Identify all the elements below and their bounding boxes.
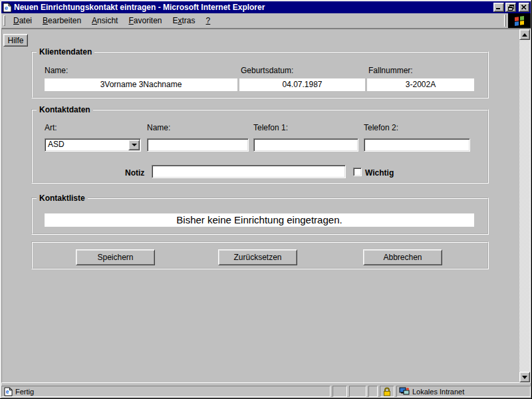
windows-logo-icon bbox=[514, 15, 525, 26]
menu-accesskey: D bbox=[13, 16, 19, 25]
menu-datei[interactable]: Datei bbox=[8, 13, 37, 28]
status-bar: e Fertig Lokales Intranet bbox=[1, 384, 531, 398]
menu-label: atei bbox=[19, 16, 32, 25]
menu-label: tras bbox=[182, 16, 196, 25]
ie-throbber bbox=[508, 13, 531, 28]
art-select-value: ASD bbox=[45, 139, 128, 151]
zuruecksetzen-button[interactable]: Zurücksetzen bbox=[218, 249, 297, 265]
klientendaten-legend: Klientendaten bbox=[37, 47, 94, 57]
telefon2-label: Telefon 2: bbox=[364, 123, 398, 132]
svg-text:e: e bbox=[6, 388, 9, 395]
geburtsdatum-label: Geburtsdatum: bbox=[241, 66, 293, 75]
kontaktdaten-group: Kontaktdaten Art: Name: Telefon 1: Telef… bbox=[31, 105, 489, 184]
restore-button[interactable] bbox=[505, 3, 516, 12]
kontaktdaten-legend: Kontaktdaten bbox=[37, 105, 93, 114]
status-pane-empty-1 bbox=[332, 386, 347, 397]
intranet-zone-icon bbox=[399, 387, 410, 396]
wichtig-label: Wichtig bbox=[365, 168, 394, 178]
fallnummer-value: 3-2002A bbox=[367, 78, 474, 91]
art-select[interactable]: ASD bbox=[45, 138, 141, 152]
restore-icon bbox=[508, 5, 514, 11]
menu-grip-handle[interactable] bbox=[3, 15, 5, 26]
menu-label: earbeiten bbox=[48, 16, 81, 25]
notiz-label: Notiz bbox=[125, 168, 144, 178]
status-pane-empty-2 bbox=[349, 386, 366, 397]
klient-name-label: Name: bbox=[45, 66, 68, 75]
geburtsdatum-value: 04.07.1987 bbox=[239, 78, 365, 91]
telefon2-input[interactable] bbox=[364, 138, 470, 152]
menu-accesskey: F bbox=[128, 16, 133, 25]
close-button[interactable] bbox=[519, 3, 529, 12]
menu-hilfe[interactable]: ? bbox=[201, 13, 216, 28]
minimize-button[interactable] bbox=[493, 3, 504, 12]
wichtig-checkbox[interactable] bbox=[353, 168, 362, 176]
status-text: Fertig bbox=[15, 388, 34, 396]
kontakt-name-input[interactable] bbox=[147, 138, 249, 152]
kontaktliste-empty-message: Bisher keine Einrichtung eingetragen. bbox=[45, 213, 474, 227]
abbrechen-button[interactable]: Abbrechen bbox=[363, 249, 442, 265]
fallnummer-label: Fallnummer: bbox=[368, 66, 413, 75]
klient-name-value: 3Vorname 3Nachname bbox=[45, 78, 237, 91]
menu-accesskey: B bbox=[43, 16, 48, 25]
notiz-input[interactable] bbox=[152, 165, 346, 178]
lock-icon bbox=[383, 387, 391, 396]
menu-accesskey: A bbox=[92, 16, 97, 25]
klientendaten-group: Klientendaten Name: Geburtsdatum: Fallnu… bbox=[31, 47, 489, 98]
menu-bar: Datei Bearbeiten Ansicht Favoriten Extra… bbox=[1, 13, 531, 29]
svg-text:e: e bbox=[5, 5, 8, 11]
kontakt-name-label: Name: bbox=[147, 123, 170, 132]
vertical-scrollbar[interactable] bbox=[519, 29, 530, 382]
menu-extras[interactable]: Extras bbox=[168, 13, 201, 28]
arrow-up-icon bbox=[522, 31, 527, 37]
zone-label: Lokales Intranet bbox=[412, 388, 464, 396]
ie-page-icon: e bbox=[4, 387, 13, 396]
status-pane-security bbox=[380, 386, 394, 397]
menu-favoriten[interactable]: Favoriten bbox=[123, 13, 167, 28]
scroll-up-button[interactable] bbox=[519, 29, 530, 40]
menu-label: E bbox=[173, 16, 178, 25]
window-title: Neuen Einrichtungskontakt eintragen - Mi… bbox=[14, 3, 491, 12]
menu-bearbeiten[interactable]: Bearbeiten bbox=[37, 13, 86, 28]
art-label: Art: bbox=[45, 123, 57, 132]
menu-ansicht[interactable]: Ansicht bbox=[86, 13, 123, 28]
status-pane-empty-3 bbox=[368, 386, 378, 397]
menu-label: avoriten bbox=[134, 16, 162, 25]
title-bar: e Neuen Einrichtungskontakt eintragen - … bbox=[1, 1, 531, 13]
menu-accesskey: ? bbox=[206, 16, 211, 25]
browser-viewport: Hilfe Klientendaten Name: Geburtsdatum: … bbox=[1, 29, 531, 383]
scrollbar-track[interactable] bbox=[519, 40, 530, 372]
arrow-down-icon bbox=[522, 376, 527, 382]
browser-window: e Neuen Einrichtungskontakt eintragen - … bbox=[0, 0, 532, 399]
help-button[interactable]: Hilfe bbox=[3, 34, 28, 47]
chevron-down-icon[interactable] bbox=[128, 140, 140, 150]
ie-page-icon: e bbox=[3, 3, 12, 13]
scroll-down-button[interactable] bbox=[519, 372, 530, 382]
telefon1-label: Telefon 1: bbox=[253, 123, 288, 132]
menu-label: nsicht bbox=[97, 16, 118, 25]
actions-group: Speichern Zurücksetzen Abbrechen bbox=[31, 241, 489, 269]
status-pane-main: e Fertig bbox=[1, 386, 331, 397]
menu-separator bbox=[504, 15, 506, 27]
status-pane-zone: Lokales Intranet bbox=[396, 386, 531, 397]
minimize-icon bbox=[496, 5, 501, 10]
speichern-button[interactable]: Speichern bbox=[76, 249, 155, 265]
close-icon bbox=[521, 5, 527, 10]
telefon1-input[interactable] bbox=[253, 138, 358, 152]
page-content: Hilfe Klientendaten Name: Geburtsdatum: … bbox=[2, 29, 519, 382]
kontaktliste-legend: Kontaktliste bbox=[37, 194, 88, 203]
kontaktliste-group: Kontaktliste Bisher keine Einrichtung ei… bbox=[31, 194, 489, 235]
